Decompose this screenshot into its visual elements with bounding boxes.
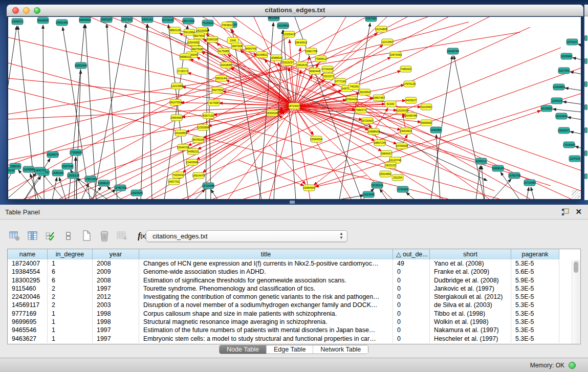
- network-node[interactable]: 17359939: [70, 149, 82, 156]
- network-node[interactable]: 8454749: [245, 46, 256, 52]
- network-node[interactable]: 20053346: [75, 62, 87, 69]
- network-node[interactable]: 1244415: [551, 98, 562, 104]
- network-node[interactable]: 16782759: [114, 185, 126, 191]
- delete-table-button[interactable]: [117, 230, 128, 242]
- table-cell[interactable]: 5.3E-5: [511, 285, 559, 293]
- network-node[interactable]: 8267130: [203, 113, 214, 119]
- table-cell[interactable]: 2009: [93, 268, 139, 276]
- table-cell[interactable]: 1: [48, 259, 93, 268]
- table-cell[interactable]: 5.9E-5: [511, 276, 559, 285]
- network-node[interactable]: 15716485: [524, 180, 536, 186]
- table-cell[interactable]: 2012: [93, 293, 139, 301]
- table-cell[interactable]: 1997: [93, 326, 139, 334]
- network-window-titlebar[interactable]: citations_edges.txt: [7, 5, 583, 16]
- network-node[interactable]: 15716485: [202, 183, 214, 189]
- table-row[interactable]: 1872400712008Changes of HCN gene express…: [8, 259, 580, 268]
- table-cell[interactable]: Tourette syndrome. Phenomenology and cla…: [139, 285, 393, 293]
- table-cell[interactable]: 0: [393, 310, 430, 318]
- network-node[interactable]: 9397548: [62, 163, 73, 169]
- network-node[interactable]: 6466162: [142, 17, 153, 23]
- network-canvas[interactable]: 1872400718300295193845542405572890999520…: [8, 17, 581, 199]
- network-node[interactable]: 20364436: [345, 96, 358, 102]
- network-node[interactable]: 1167533: [569, 156, 580, 162]
- table-cell[interactable]: Dudbridge et al. (2008): [430, 276, 511, 285]
- table-cell[interactable]: 0: [393, 293, 430, 301]
- network-node[interactable]: 9457791: [168, 179, 180, 185]
- row-height-button[interactable]: [63, 230, 74, 242]
- network-node[interactable]: 15524851: [379, 171, 391, 177]
- create-column-button[interactable]: [81, 230, 92, 242]
- table-cell[interactable]: 0: [393, 326, 430, 334]
- network-node[interactable]: 17957253: [84, 176, 97, 182]
- table-cell[interactable]: 1998: [93, 318, 139, 326]
- table-cell[interactable]: 1: [48, 318, 93, 326]
- network-node[interactable]: 9329966: [561, 53, 572, 59]
- float-panel-icon[interactable]: [561, 208, 570, 216]
- table-cell[interactable]: 2003: [93, 301, 139, 309]
- network-node[interactable]: 10807487: [373, 95, 385, 101]
- network-node[interactable]: 10688609: [367, 128, 380, 135]
- network-node[interactable]: 16720407: [361, 118, 374, 124]
- table-cell[interactable]: 1: [48, 326, 93, 334]
- network-node[interactable]: 9227343: [558, 68, 570, 74]
- network-node[interactable]: 7955812: [315, 56, 326, 62]
- network-node[interactable]: 20206576: [47, 151, 59, 158]
- table-row[interactable]: 1938455462009Genome-wide association stu…: [8, 268, 580, 276]
- table-cell[interactable]: 1997: [93, 335, 139, 343]
- column-header-out_de[interactable]: △ out_de...: [393, 249, 430, 259]
- table-cell[interactable]: Corpus callosum shape and size in male p…: [139, 310, 393, 318]
- table-cell[interactable]: 18724007: [8, 259, 48, 268]
- show-columns-button[interactable]: [27, 230, 38, 242]
- network-node[interactable]: 19654963: [170, 115, 183, 121]
- network-node[interactable]: 9684067: [381, 150, 392, 157]
- table-cell[interactable]: 0: [393, 335, 430, 343]
- table-row[interactable]: 1456911722003Disruption of a novel membe…: [8, 301, 580, 309]
- table-cell[interactable]: 5.3E-5: [511, 301, 559, 309]
- minimize-button[interactable]: [23, 7, 30, 14]
- table-cell[interactable]: 0: [393, 276, 430, 285]
- select-rows-button[interactable]: [45, 230, 56, 242]
- network-canvas-svg[interactable]: 1872400718300295193845542405572890999520…: [8, 17, 581, 199]
- table-row[interactable]: 946362711997Embryonic stem cells: a mode…: [8, 335, 580, 343]
- network-node[interactable]: 9860128: [169, 27, 181, 33]
- network-node[interactable]: 2967608: [231, 43, 243, 49]
- network-node[interactable]: 9146821: [256, 52, 268, 58]
- network-node[interactable]: 1640955: [430, 127, 442, 133]
- network-node[interactable]: 7515526: [202, 20, 213, 26]
- network-node[interactable]: 16782759: [508, 172, 520, 179]
- network-node[interactable]: 1562615: [296, 62, 308, 68]
- table-cell[interactable]: Stergiakouli et al. (2012): [430, 293, 511, 301]
- column-header-short[interactable]: short: [430, 249, 511, 259]
- table-row[interactable]: 911546021997Tourette syndrome. Phenomeno…: [8, 285, 580, 293]
- table-cell[interactable]: Hescheler et al. (1997): [430, 335, 511, 343]
- table-cell[interactable]: 1997: [93, 285, 139, 293]
- network-node[interactable]: 12213967: [381, 39, 394, 45]
- network-node[interactable]: 9242848: [221, 62, 232, 68]
- network-node[interactable]: 15692971: [558, 127, 570, 134]
- table-cell[interactable]: 1998: [93, 310, 139, 318]
- network-node[interactable]: 10543392: [187, 39, 200, 46]
- network-node[interactable]: 8909995: [37, 17, 49, 24]
- table-cell[interactable]: Embryonic stem cells: a model to study s…: [139, 335, 393, 343]
- network-node[interactable]: 10653257: [100, 17, 113, 23]
- tab-edge-table[interactable]: Edge Table: [266, 345, 313, 354]
- column-header-pagerank[interactable]: pagerank: [511, 249, 559, 259]
- scrollbar-thumb[interactable]: [574, 261, 578, 273]
- table-cell[interactable]: 5.3E-5: [511, 335, 559, 343]
- network-node[interactable]: 10719135: [162, 17, 174, 23]
- network-node[interactable]: 18107554: [169, 99, 182, 105]
- network-node[interactable]: 2803144: [215, 75, 227, 81]
- table-mode-button[interactable]: [9, 230, 20, 242]
- network-node[interactable]: 1527602: [121, 17, 133, 23]
- network-node[interactable]: 9245012: [475, 158, 487, 164]
- network-node[interactable]: 16671355: [182, 18, 194, 24]
- network-node[interactable]: 9498222: [187, 148, 199, 155]
- network-node[interactable]: 12213389: [171, 83, 183, 89]
- table-cell[interactable]: 1: [48, 310, 93, 318]
- network-node[interactable]: 62160: [385, 101, 396, 107]
- network-node[interactable]: 11353584: [197, 124, 209, 130]
- close-button[interactable]: [12, 7, 19, 14]
- table-cell[interactable]: 9463627: [8, 335, 48, 343]
- network-node[interactable]: 16154808: [375, 26, 387, 32]
- table-cell[interactable]: Nakamura et al. (1997): [430, 326, 511, 334]
